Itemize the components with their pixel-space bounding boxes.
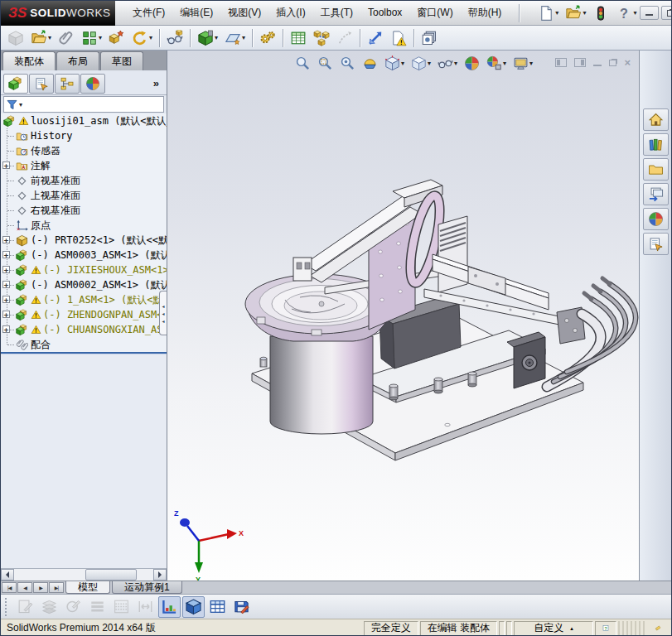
expand-icon[interactable]: + (2, 311, 10, 318)
assembly-visualization-button[interactable] (158, 596, 181, 618)
scrollbar-thumb[interactable] (85, 569, 137, 581)
expand-icon[interactable]: + (2, 296, 10, 303)
document-close-icon[interactable]: × (624, 57, 631, 68)
reference-geometry-dropdown[interactable]: ▾ (242, 34, 245, 41)
appearances-scenes-button[interactable] (643, 208, 669, 230)
assembly-model[interactable]: X Y Z (167, 51, 639, 581)
new-document-button[interactable]: ▾ (535, 2, 561, 24)
hide-show-items-dropdown[interactable]: ▾ (454, 60, 457, 67)
more-tabs-chevron-icon[interactable]: » (153, 77, 164, 89)
menu-view[interactable]: 视图(V) (220, 1, 268, 25)
minimize-button[interactable] (640, 6, 659, 20)
exploded-view-button[interactable] (311, 27, 332, 49)
zoom-to-fit-button[interactable] (292, 53, 313, 73)
design-table-button[interactable] (206, 596, 229, 618)
magnified-selection-button[interactable] (337, 53, 358, 73)
design-library-button[interactable] (643, 133, 669, 156)
tree-item-history[interactable]: History (1, 128, 167, 143)
section-view-button[interactable] (360, 53, 380, 73)
menu-help[interactable]: 帮助(H) (461, 1, 510, 25)
tab-layout[interactable]: 布局 (56, 51, 99, 70)
new-motion-study-button[interactable] (257, 27, 278, 49)
tree-item-sensors[interactable]: 传感器 (1, 143, 167, 158)
tree-item-zhendognpan[interactable]: +(-) ZHENDOGNPAN_ASM<1> (1, 307, 167, 322)
scrollbar-track[interactable] (14, 569, 153, 581)
panel-flyout-handle[interactable]: ◂◂◂ (159, 291, 167, 335)
assembly-features-button[interactable]: ▾ (195, 27, 220, 49)
menu-insert[interactable]: 插入(I) (268, 1, 312, 25)
tab-sketch[interactable]: 草图 (100, 51, 143, 70)
edit-appearance-button[interactable] (462, 53, 482, 73)
new-document-dropdown[interactable]: ▾ (555, 9, 558, 17)
menu-tools[interactable]: 工具(T) (313, 1, 360, 25)
tree-item-asm0003[interactable]: +(-) ASM0003_ASM<1> (默认<默 (1, 248, 167, 263)
document-restore-icon[interactable] (609, 60, 616, 66)
shaded-display-button[interactable] (182, 596, 205, 618)
take-snapshot-button[interactable] (418, 27, 440, 49)
featuremanager-tree-tab[interactable] (3, 74, 28, 94)
expand-icon[interactable]: + (2, 325, 10, 333)
menu-file[interactable]: 文件(F) (125, 1, 172, 25)
zoom-to-area-button[interactable] (315, 53, 336, 73)
toolbar-drag-handle[interactable] (5, 598, 8, 616)
tree-item-right-plane[interactable]: 右视基准面 (1, 203, 167, 218)
move-component-dropdown[interactable]: ▾ (149, 34, 152, 41)
solidworks-status-light-button[interactable] (590, 2, 612, 24)
prev-tab-button[interactable]: ◀ (17, 582, 32, 593)
open-document-button[interactable]: ▾ (563, 2, 588, 24)
instant3d-button[interactable] (365, 27, 386, 49)
restore-button[interactable] (661, 6, 672, 20)
status-help-button[interactable]: ? (595, 621, 616, 636)
apply-scene-button[interactable]: ▾ (484, 53, 509, 73)
status-custom-dropdown[interactable]: 自定义▴ (514, 621, 593, 636)
open-document-dropdown[interactable]: ▾ (583, 9, 586, 17)
filter-input[interactable] (22, 98, 163, 111)
tree-item-chuansongxian[interactable]: +(-) CHUANSONGXIAN_ASM<1 (1, 322, 167, 337)
first-tab-button[interactable]: |◀ (2, 582, 17, 593)
view-palette-button[interactable] (643, 183, 669, 205)
show-hidden-components-button[interactable] (164, 27, 186, 49)
view-orientation-dropdown[interactable]: ▾ (401, 60, 404, 67)
display-style-button[interactable]: ▾ (409, 53, 433, 73)
apply-scene-dropdown[interactable]: ▾ (503, 60, 506, 67)
display-style-dropdown[interactable]: ▾ (428, 60, 431, 67)
status-tag-button[interactable] (648, 621, 668, 636)
graphics-viewport[interactable]: ▾▾▾▾▾ × (167, 51, 639, 581)
tree-item-jixieshoux[interactable]: +(-) JIXIESHOUX_ASM<1> (1, 263, 167, 277)
menu-toolbox[interactable]: Toolbox (360, 1, 409, 25)
filter-funnel-icon[interactable] (6, 99, 18, 111)
bill-of-materials-button[interactable] (288, 27, 309, 49)
tree-item-annotations[interactable]: +A注解 (1, 158, 167, 173)
tab-motion-study-1[interactable]: 运动算例1 (112, 581, 182, 594)
tree-item-asm0002[interactable]: +(-) ASM0002_ASM<1> (默认<默 (1, 277, 167, 292)
tree-item-origin[interactable]: 原点 (1, 218, 167, 233)
last-tab-button[interactable]: ▶| (49, 582, 64, 593)
file-explorer-button[interactable] (643, 158, 669, 181)
reference-geometry-button[interactable]: ▾ (222, 27, 248, 49)
pane-toggle-right-icon[interactable] (574, 58, 586, 67)
tree-item-mates[interactable]: 配合 (1, 337, 167, 352)
propertymanager-tab[interactable] (29, 74, 54, 94)
move-component-button[interactable]: ▾ (129, 27, 155, 49)
expand-icon[interactable]: + (2, 251, 10, 258)
scroll-right-arrow-icon[interactable] (153, 569, 167, 581)
help-dropdown[interactable]: ▾ (633, 9, 636, 17)
hide-show-items-button[interactable]: ▾ (435, 53, 460, 73)
tree-item-prt0252[interactable]: +(-) PRT0252<1> (默认<<默认 (1, 233, 167, 248)
tab-assembly[interactable]: 装配体 (2, 51, 56, 70)
tree-item-front-plane[interactable]: 前视基准面 (1, 173, 167, 188)
view-settings-button[interactable]: ▾ (510, 53, 535, 73)
view-settings-dropdown[interactable]: ▾ (529, 60, 533, 67)
interference-detection-button[interactable] (388, 27, 409, 49)
scroll-left-arrow-icon[interactable] (1, 569, 14, 581)
document-minimize-icon[interactable] (593, 60, 602, 66)
expand-icon[interactable]: + (2, 281, 10, 288)
help-button[interactable]: ?▾ (613, 2, 639, 24)
insert-components-dropdown[interactable]: ▾ (48, 34, 51, 41)
tree-item-root-assembly[interactable]: luosiji01_asm (默认<默认_ (1, 113, 167, 128)
tree-item-top-plane[interactable]: 上视基准面 (1, 188, 167, 203)
save-table-button[interactable] (230, 596, 253, 618)
tree-horizontal-scrollbar[interactable] (1, 568, 167, 581)
mate-button[interactable] (56, 27, 77, 49)
tree-item-1-asm[interactable]: +(-) 1_ASM<1> (默认<默认 (1, 292, 167, 307)
